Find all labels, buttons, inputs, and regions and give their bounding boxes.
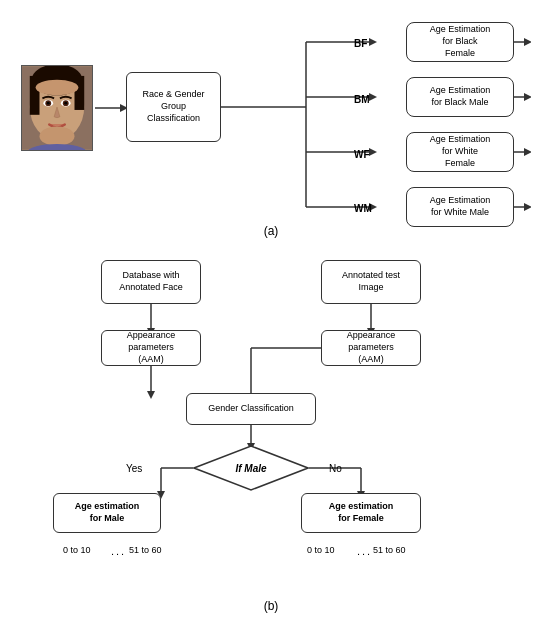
male-dots: ... (111, 545, 126, 557)
caption-b: (b) (264, 599, 279, 613)
female-range1: 0 to 10 (307, 545, 335, 555)
svg-marker-30 (524, 93, 531, 101)
svg-marker-34 (524, 203, 531, 211)
b-arrows (11, 245, 531, 615)
male-age-box: Age estimation for Male (53, 493, 161, 533)
svg-marker-40 (147, 391, 155, 399)
female-age-box: Age estimation for Female (301, 493, 421, 533)
label-bf: BF (354, 38, 367, 49)
yes-label: Yes (126, 463, 142, 474)
svg-marker-20 (369, 38, 377, 46)
svg-marker-22 (369, 93, 377, 101)
gc-box: Gender Classification (186, 393, 316, 425)
svg-marker-52 (194, 446, 308, 490)
label-wm: WM (354, 203, 372, 214)
apa-box: Appearance parameters (AAM) (321, 330, 421, 366)
svg-marker-28 (524, 38, 531, 46)
label-bm: BM (354, 94, 370, 105)
page: Race & Gender Group Classification (0, 0, 542, 632)
db-box: Database with Annotated Face (101, 260, 201, 304)
diamond (193, 445, 309, 491)
branch-box-bf: Age Estimationfor BlackFemale (406, 22, 514, 62)
no-label: No (329, 463, 342, 474)
ati-box: Annotated test Image (321, 260, 421, 304)
male-range2: 51 to 60 (129, 545, 162, 555)
svg-marker-32 (524, 148, 531, 156)
branch-box-wm: Age Estimationfor White Male (406, 187, 514, 227)
female-range2: 51 to 60 (373, 545, 406, 555)
female-dots: ... (357, 545, 372, 557)
diagram-b: Database with Annotated Face Annotated t… (11, 245, 531, 615)
branch-box-bm: Age Estimationfor Black Male (406, 77, 514, 117)
diagram-a: Race & Gender Group Classification (11, 10, 531, 240)
caption-a: (a) (264, 224, 279, 238)
label-wf: WF (354, 149, 370, 160)
apm-box: Appearance parameters (AAM) (101, 330, 201, 366)
branch-box-wf: Age Estimationfor WhiteFemale (406, 132, 514, 172)
svg-marker-24 (369, 148, 377, 156)
male-range1: 0 to 10 (63, 545, 91, 555)
